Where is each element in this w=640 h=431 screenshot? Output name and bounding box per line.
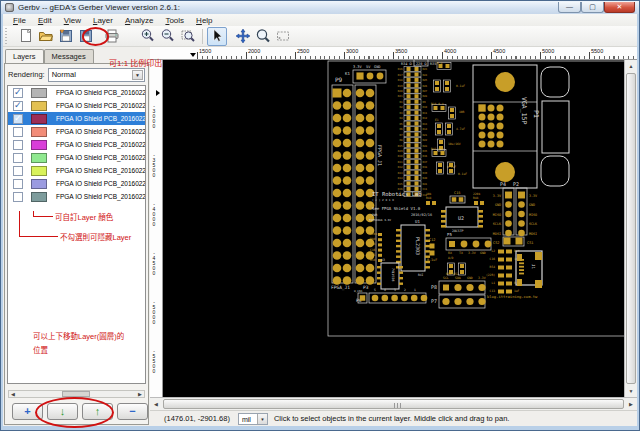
layer-color-swatch[interactable] [31,192,47,202]
scroll-up-arrow-icon[interactable]: ▲ [625,60,637,72]
layer-visibility-checkbox[interactable] [13,192,23,202]
layer-row-1[interactable]: FPGA IO Shield PCB_20160225- [8,86,145,99]
measure-tool-button[interactable] [273,27,293,46]
layer-visibility-checkbox[interactable] [13,114,23,124]
zoom-in-button[interactable] [138,27,158,46]
pcb-label: MISO [529,213,537,217]
pcb-label: R31 [398,161,403,164]
pcb-label: CS2 [493,241,500,245]
pcb-pad [430,251,435,256]
layer-row-4[interactable]: FPGA IO Shield PCB_20160225- [8,125,145,138]
layer-row-8[interactable]: FPGA IO Shield PCB_20160225. [8,177,145,190]
hscrollbar-thumb[interactable] [163,399,624,409]
layer-visibility-checkbox[interactable] [13,88,23,98]
layer-row-6[interactable]: FPGA IO Shield PCB_20160225- [8,151,145,164]
menu-help[interactable]: Help [190,16,218,25]
zoom-tool-button[interactable] [253,27,273,46]
move-layer-up-button[interactable]: ↑ [82,403,113,420]
pcb-pin [498,274,504,278]
pcb-label: 220k [370,232,377,236]
add-layer-button[interactable]: + [12,403,43,420]
pcb-label: 5 [374,288,376,292]
layer-color-swatch[interactable] [31,114,47,124]
minimize-button[interactable]: — [558,2,581,13]
zoom-fit-button[interactable] [178,27,198,46]
pcb-pad [407,176,411,180]
save-button[interactable] [76,27,96,46]
pcb-label: R5 [399,123,403,126]
pcb-pad [415,154,419,158]
layer-visibility-checkbox[interactable] [13,179,23,189]
chevron-down-icon[interactable]: ▼ [132,70,143,80]
layer-color-swatch[interactable] [31,179,47,189]
layer-visibility-checkbox[interactable] [13,127,23,137]
pcb-label: SCL [443,276,449,280]
chevron-down-icon[interactable]: ▼ [257,414,267,424]
layer-color-swatch[interactable] [31,153,47,163]
pcb-label: 1 [414,288,416,292]
layer-row-3[interactable]: FPGA IO Shield PCB_20160225- [8,112,145,125]
scroll-left-arrow-icon[interactable]: ◀ [9,391,17,397]
vscrollbar-thumb[interactable] [626,73,636,384]
pcb-pin [399,266,403,268]
rendering-select[interactable]: Normal ▼ [48,68,145,82]
menu-view[interactable]: View [58,16,87,25]
layer-color-swatch[interactable] [31,166,47,176]
menu-tools[interactable]: Tools [159,16,190,25]
layer-color-swatch[interactable] [31,140,47,150]
layer-visibility-checkbox[interactable] [13,101,23,111]
remove-layer-button[interactable]: − [117,403,148,420]
layer-row-7[interactable]: FPGA IO Shield PCB_20160225- [8,164,145,177]
scroll-right-arrow-icon[interactable]: ▶ [136,391,144,397]
pcb-pad [466,284,473,291]
new-button[interactable] [16,27,36,46]
menu-analyze[interactable]: Analyze [119,16,159,25]
pcb-label: 0 Ω [437,61,443,65]
scroll-down-arrow-icon[interactable]: ▼ [625,385,637,397]
pan-tool-button[interactable] [233,27,253,46]
pcb-pad [343,276,352,285]
tab-layers[interactable]: Layers [5,49,44,64]
pointer-tool-button[interactable] [207,27,227,46]
print-button[interactable] [102,27,122,46]
menu-layer[interactable]: Layer [87,16,119,25]
pcb-pad [479,141,486,148]
pcb-pad [415,72,419,76]
layer-list-hscrollbar[interactable]: ◀ ▶ [8,390,145,398]
move-layer-down-button[interactable]: ↓ [47,403,78,420]
tab-messages[interactable]: Messages [44,49,94,63]
layer-visibility-checkbox[interactable] [13,166,23,176]
revert-button[interactable] [56,27,76,46]
layer-color-swatch[interactable] [31,88,47,98]
layer-row-9[interactable]: FPGA IO Shield PCB_20160225- [8,190,145,203]
pcb-label: RXI [418,273,424,277]
layer-color-swatch[interactable] [31,101,47,111]
maximize-button[interactable]: ▢ [581,2,604,13]
pcb-label: P7 [431,298,437,304]
pcb-pad [407,89,411,93]
pcb-pad [415,111,419,115]
pcb-pin [506,250,512,254]
close-button[interactable]: ✕ [604,2,635,13]
menu-file[interactable]: File [7,16,32,25]
zoom-out-button[interactable] [158,27,178,46]
canvas-vscrollbar[interactable]: ▲ ▼ [624,60,637,397]
menu-edit[interactable]: Edit [32,16,58,25]
layer-color-swatch[interactable] [31,127,47,137]
h-ruler-label: 2500 [297,48,309,54]
pcb-pad [356,101,365,110]
scroll-left-arrow-icon[interactable]: ◀ [150,398,162,410]
open-button[interactable] [36,27,56,46]
canvas-hscrollbar[interactable]: ◀ ▶ [150,397,637,410]
pcb-canvas[interactable]: P9FPGA_J1FPGA_J1P33.3V5VGNDK1R16R23R17R2… [163,60,624,397]
pcb-pin [425,234,430,236]
layer-row-2[interactable]: FPGA IO Shield PCB_20160225- [8,99,145,112]
scroll-right-arrow-icon[interactable]: ▶ [625,398,637,410]
title-bar[interactable]: Gerbv -- gEDA's Gerber Viewer version 2.… [1,1,639,14]
unit-select[interactable]: mil ▼ [238,413,268,425]
scrollbar-thumb[interactable] [62,391,90,397]
layer-row-5[interactable]: FPGA IO Shield PCB_20160225- [8,138,145,151]
layer-visibility-checkbox[interactable] [13,140,23,150]
pcb-label: R21 [423,134,428,137]
layer-visibility-checkbox[interactable] [13,153,23,163]
